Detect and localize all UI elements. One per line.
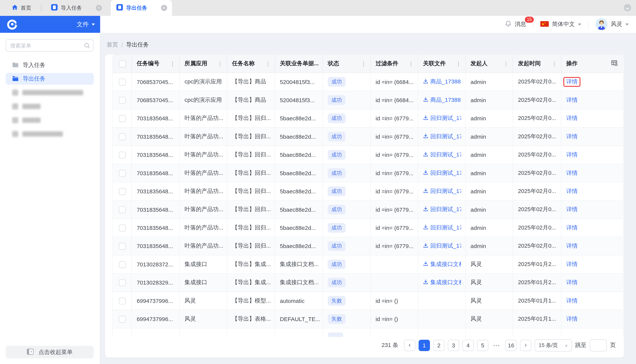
next-page-button[interactable]: › — [520, 340, 531, 351]
page-button-4[interactable]: 4 — [462, 340, 474, 351]
detail-link-highlighted[interactable]: 详情 — [563, 77, 580, 87]
jump-page-input[interactable] — [590, 340, 607, 352]
page-button-3[interactable]: 3 — [448, 340, 459, 351]
tab-home[interactable]: 首页 — [0, 0, 41, 16]
column-settings-icon[interactable] — [611, 60, 618, 68]
search-input[interactable] — [6, 39, 94, 52]
column-menu-icon[interactable]: ⋮ — [319, 60, 323, 66]
app-cell: 叶落的产品功... — [180, 164, 227, 182]
file-download-link[interactable]: 商品_1738837 — [423, 78, 461, 86]
file-download-link[interactable]: 回归测试_1738 — [423, 151, 461, 158]
sidebar-item-import-tasks[interactable]: 导入任务 — [6, 59, 94, 71]
file-download-link[interactable]: 回归测试_1738 — [423, 133, 461, 140]
file-download-link[interactable]: 回归测试_1738 — [423, 206, 461, 214]
task-id-cell: 7068537045... — [132, 91, 180, 109]
messages-button[interactable]: 消息 15 — [505, 20, 526, 28]
column-menu-icon[interactable]: ⋮ — [454, 60, 461, 66]
tab-import-tasks[interactable]: 导入任务 × — [46, 0, 107, 16]
download-icon — [423, 97, 428, 103]
file-download-link[interactable]: 商品_1738837 — [423, 96, 461, 104]
initiator-cell: admin — [466, 73, 513, 91]
status-badge: 成功 — [328, 241, 345, 251]
row-checkbox[interactable] — [119, 261, 126, 268]
detail-link[interactable]: 详情 — [566, 115, 577, 122]
sidebar-item-redacted[interactable] — [6, 100, 94, 112]
detail-link[interactable]: 详情 — [566, 133, 577, 140]
detail-link[interactable]: 详情 — [566, 206, 577, 214]
prev-page-button[interactable]: ‹ — [404, 340, 415, 351]
page-button-5[interactable]: 5 — [477, 340, 488, 351]
detail-link[interactable]: 详情 — [566, 170, 577, 177]
file-download-link[interactable]: 回归测试_1738 — [423, 115, 461, 122]
column-menu-icon[interactable]: ⋮ — [550, 60, 557, 66]
detail-link[interactable]: 详情 — [566, 242, 577, 250]
detail-link[interactable]: 详情 — [566, 279, 577, 286]
task-id-cell: 7031835648... — [132, 237, 180, 255]
column-menu-icon[interactable]: ⋮ — [216, 60, 223, 66]
row-checkbox[interactable] — [119, 133, 126, 140]
sidebar-item-redacted[interactable] — [6, 114, 94, 126]
close-icon[interactable]: × — [96, 5, 102, 11]
breadcrumb-home-link[interactable]: 首页 — [107, 42, 118, 49]
detail-link[interactable]: 详情 — [566, 261, 577, 268]
detail-link[interactable]: 详情 — [566, 151, 577, 158]
file-download-link[interactable]: 集成接口文档_ — [423, 279, 461, 286]
tab-export-tasks[interactable]: 导出任务 × — [111, 0, 172, 16]
row-checkbox[interactable] — [119, 224, 126, 231]
select-all-checkbox[interactable] — [119, 60, 126, 67]
row-checkbox[interactable] — [119, 170, 126, 176]
column-menu-icon[interactable]: ⋮ — [168, 60, 175, 66]
row-checkbox[interactable] — [119, 97, 126, 104]
task-id-cell: 6994737996... — [132, 310, 180, 328]
avatar — [595, 18, 607, 30]
file-download-link[interactable]: 回归测试_1738 — [423, 188, 461, 195]
initiator-cell: 风灵 — [466, 310, 513, 328]
column-header-label: 操作 — [566, 60, 577, 67]
sidebar-item-redacted[interactable] — [6, 87, 94, 98]
row-checkbox[interactable] — [119, 279, 126, 286]
row-checkbox[interactable] — [119, 206, 126, 213]
page-button-16[interactable]: 16 — [505, 340, 517, 351]
sidebar-item-export-tasks[interactable]: 导出任务 — [6, 73, 94, 85]
detail-link[interactable]: 详情 — [566, 297, 577, 304]
row-checkbox[interactable] — [119, 316, 126, 322]
app-window: 首页 导入任务 × 导出任务 × — [0, 0, 636, 364]
sidebar-item-redacted[interactable] — [6, 128, 94, 140]
action-cell: 详情 — [561, 110, 623, 127]
tabbar-collapse-button[interactable] — [624, 4, 631, 11]
breadcrumb: 首页 / 导出任务 — [105, 41, 624, 49]
file-download-link[interactable]: 回归测试_1738 — [423, 170, 461, 177]
column-menu-icon[interactable]: ⋮ — [264, 60, 271, 66]
file-download-link[interactable]: 回归测试_1738 — [423, 224, 461, 232]
row-checkbox[interactable] — [119, 151, 126, 158]
detail-link[interactable]: 详情 — [566, 188, 577, 195]
column-menu-icon[interactable]: ⋮ — [407, 60, 414, 66]
page-size-select[interactable]: 15 条/页 ∨ — [534, 340, 572, 352]
action-cell: 详情 — [561, 237, 623, 255]
column-menu-icon[interactable]: ⋮ — [502, 60, 509, 66]
filter-cell — [371, 328, 418, 337]
row-checkbox[interactable] — [119, 188, 126, 195]
row-checkbox[interactable] — [119, 115, 126, 122]
close-icon[interactable]: × — [161, 5, 167, 11]
collapse-menu-button[interactable]: 点击收起菜单 — [6, 346, 94, 358]
row-checkbox[interactable] — [119, 78, 126, 85]
file-cell: 回归测试_1738 — [418, 110, 466, 127]
detail-link[interactable]: 详情 — [566, 96, 577, 104]
page-button-1[interactable]: 1 — [418, 340, 430, 351]
column-menu-icon[interactable]: ⋮ — [359, 60, 366, 66]
pages-ellipsis[interactable]: ••• — [492, 343, 502, 348]
row-select-cell — [113, 164, 132, 182]
file-download-link[interactable]: 回归测试_1738 — [423, 242, 461, 250]
workspace-switcher[interactable]: 文件 — [77, 20, 95, 28]
detail-link[interactable]: 详情 — [566, 224, 577, 232]
row-checkbox[interactable] — [119, 298, 126, 304]
tab-divider — [41, 4, 41, 11]
row-checkbox[interactable] — [119, 243, 126, 250]
page-button-2[interactable]: 2 — [433, 340, 445, 351]
user-menu[interactable]: 风灵 — [595, 18, 629, 30]
file-cell: 商品_1738837 — [418, 73, 466, 91]
file-download-link[interactable]: 集成接口文档_ — [423, 261, 461, 268]
language-selector[interactable]: ★★ 简体中文 — [540, 20, 581, 28]
detail-link[interactable]: 详情 — [566, 316, 577, 323]
